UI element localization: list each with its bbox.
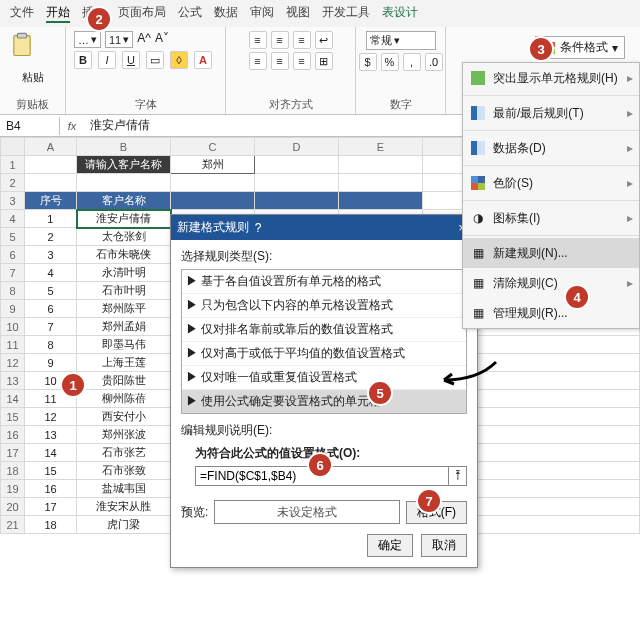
align-bot-icon[interactable]: ≡ bbox=[293, 31, 311, 49]
cell-idx[interactable]: 17 bbox=[25, 498, 77, 516]
percent-icon[interactable]: % bbox=[381, 53, 399, 71]
cell-idx[interactable]: 4 bbox=[25, 264, 77, 282]
row-6[interactable]: 6 bbox=[1, 246, 25, 264]
cell-name[interactable]: 即墨马伟 bbox=[77, 336, 171, 354]
row-14[interactable]: 14 bbox=[1, 390, 25, 408]
tab-data[interactable]: 数据 bbox=[214, 4, 238, 23]
cell-idx[interactable]: 15 bbox=[25, 462, 77, 480]
dialog-help-icon[interactable]: ? bbox=[249, 221, 267, 235]
row-5[interactable]: 5 bbox=[1, 228, 25, 246]
select-all-corner[interactable] bbox=[1, 138, 25, 156]
cell-name[interactable]: 上海王莲 bbox=[77, 354, 171, 372]
tab-table-design[interactable]: 表设计 bbox=[382, 4, 418, 23]
cell-name[interactable]: 郑州陈平 bbox=[77, 300, 171, 318]
row-15[interactable]: 15 bbox=[1, 408, 25, 426]
cell-name[interactable]: 郑州孟娟 bbox=[77, 318, 171, 336]
font-name-select[interactable]: … ▾ bbox=[74, 31, 101, 48]
row-8[interactable]: 8 bbox=[1, 282, 25, 300]
cf-data-bars[interactable]: 数据条(D)▸ bbox=[463, 133, 639, 163]
cell-idx[interactable]: 6 bbox=[25, 300, 77, 318]
row-9[interactable]: 9 bbox=[1, 300, 25, 318]
underline-button[interactable]: U bbox=[122, 51, 140, 69]
cell-name[interactable]: 淮安卢倩倩 bbox=[77, 210, 171, 228]
row-12[interactable]: 12 bbox=[1, 354, 25, 372]
name-box[interactable]: B4 bbox=[0, 117, 60, 135]
cell-name[interactable]: 石市朱晓侠 bbox=[77, 246, 171, 264]
tab-layout[interactable]: 页面布局 bbox=[118, 4, 166, 23]
cf-clear-rules[interactable]: ▦清除规则(C)▸ bbox=[463, 268, 639, 298]
cell-idx[interactable]: 9 bbox=[25, 354, 77, 372]
italic-button[interactable]: I bbox=[98, 51, 116, 69]
fx-icon[interactable]: fx bbox=[60, 120, 84, 132]
border-button[interactable]: ▭ bbox=[146, 51, 164, 69]
tab-file[interactable]: 文件 bbox=[10, 4, 34, 23]
row-20[interactable]: 20 bbox=[1, 498, 25, 516]
cf-manage-rules[interactable]: ▦管理规则(R)... bbox=[463, 298, 639, 328]
rule-type-1[interactable]: ▶ 只为包含以下内容的单元格设置格式 bbox=[182, 294, 466, 318]
align-ctr-icon[interactable]: ≡ bbox=[271, 52, 289, 70]
wrap-text-icon[interactable]: ↩ bbox=[315, 31, 333, 49]
cell-idx[interactable]: 13 bbox=[25, 426, 77, 444]
tab-formula[interactable]: 公式 bbox=[178, 4, 202, 23]
cf-color-scales[interactable]: 色阶(S)▸ bbox=[463, 168, 639, 198]
align-right-icon[interactable]: ≡ bbox=[293, 52, 311, 70]
number-format-select[interactable]: 常规 ▾ bbox=[366, 31, 436, 50]
tab-view[interactable]: 视图 bbox=[286, 4, 310, 23]
cell-idx[interactable]: 8 bbox=[25, 336, 77, 354]
rule-type-3[interactable]: ▶ 仅对高于或低于平均值的数值设置格式 bbox=[182, 342, 466, 366]
cf-icon-sets[interactable]: ◑图标集(I)▸ bbox=[463, 203, 639, 233]
cell-idx[interactable]: 12 bbox=[25, 408, 77, 426]
city-cell[interactable]: 郑州 bbox=[171, 156, 255, 174]
cell-name[interactable]: 虎门梁 bbox=[77, 516, 171, 534]
cf-new-rule[interactable]: ▦新建规则(N)... bbox=[463, 238, 639, 268]
rule-type-list[interactable]: ▶ 基于各自值设置所有单元格的格式 ▶ 只为包含以下内容的单元格设置格式 ▶ 仅… bbox=[181, 269, 467, 414]
tab-dev[interactable]: 开发工具 bbox=[322, 4, 370, 23]
row-10[interactable]: 10 bbox=[1, 318, 25, 336]
cell-name[interactable]: 石市张艺 bbox=[77, 444, 171, 462]
row-1[interactable]: 1 bbox=[1, 156, 25, 174]
cf-highlight-rules[interactable]: 突出显示单元格规则(H)▸ bbox=[463, 63, 639, 93]
row-21[interactable]: 21 bbox=[1, 516, 25, 534]
tab-review[interactable]: 审阅 bbox=[250, 4, 274, 23]
shrink-font-icon[interactable]: A˅ bbox=[155, 31, 169, 48]
grow-font-icon[interactable]: A^ bbox=[137, 31, 151, 48]
cell-name[interactable]: 石市张致 bbox=[77, 462, 171, 480]
cell-name[interactable]: 贵阳陈世 bbox=[77, 372, 171, 390]
cell-name[interactable]: 永清叶明 bbox=[77, 264, 171, 282]
cancel-button[interactable]: 取消 bbox=[421, 534, 467, 557]
rule-type-5[interactable]: ▶ 使用公式确定要设置格式的单元格 bbox=[182, 390, 466, 413]
bold-button[interactable]: B bbox=[74, 51, 92, 69]
cell-idx[interactable]: 5 bbox=[25, 282, 77, 300]
col-D[interactable]: D bbox=[255, 138, 339, 156]
font-size-select[interactable]: 11 ▾ bbox=[105, 31, 133, 48]
cell-idx[interactable]: 3 bbox=[25, 246, 77, 264]
row-11[interactable]: 11 bbox=[1, 336, 25, 354]
row-18[interactable]: 18 bbox=[1, 462, 25, 480]
cell-name[interactable]: 淮安宋从胜 bbox=[77, 498, 171, 516]
cell-name[interactable]: 柳州陈蓓 bbox=[77, 390, 171, 408]
comma-icon[interactable]: , bbox=[403, 53, 421, 71]
col-E[interactable]: E bbox=[339, 138, 423, 156]
cell-name[interactable]: 郑州张波 bbox=[77, 426, 171, 444]
prompt-cell[interactable]: 请输入客户名称 bbox=[77, 156, 171, 174]
row-19[interactable]: 19 bbox=[1, 480, 25, 498]
align-left-icon[interactable]: ≡ bbox=[249, 52, 267, 70]
rule-type-0[interactable]: ▶ 基于各自值设置所有单元格的格式 bbox=[182, 270, 466, 294]
row-13[interactable]: 13 bbox=[1, 372, 25, 390]
inc-dec-icon[interactable]: .0 bbox=[425, 53, 443, 71]
font-color-button[interactable]: A bbox=[194, 51, 212, 69]
cell-name[interactable]: 盐城韦国 bbox=[77, 480, 171, 498]
row-16[interactable]: 16 bbox=[1, 426, 25, 444]
ok-button[interactable]: 确定 bbox=[367, 534, 413, 557]
paste-button[interactable] bbox=[8, 31, 57, 59]
align-top-icon[interactable]: ≡ bbox=[249, 31, 267, 49]
row-17[interactable]: 17 bbox=[1, 444, 25, 462]
cf-top-bottom[interactable]: 最前/最后规则(T)▸ bbox=[463, 98, 639, 128]
cell-name[interactable]: 西安付小 bbox=[77, 408, 171, 426]
cell-idx[interactable]: 14 bbox=[25, 444, 77, 462]
fill-color-button[interactable]: ◊ bbox=[170, 51, 188, 69]
rule-type-2[interactable]: ▶ 仅对排名靠前或靠后的数值设置格式 bbox=[182, 318, 466, 342]
cell-idx[interactable]: 7 bbox=[25, 318, 77, 336]
cell-idx[interactable]: 16 bbox=[25, 480, 77, 498]
col-A[interactable]: A bbox=[25, 138, 77, 156]
